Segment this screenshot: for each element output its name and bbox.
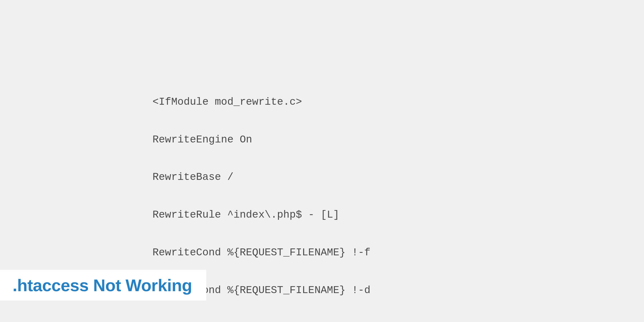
title-container: .htaccess Not Working — [0, 270, 206, 301]
code-line: <IfModule mod_rewrite.c> — [153, 96, 370, 108]
code-line: RewriteEngine On — [153, 134, 370, 146]
page-title: .htaccess Not Working — [13, 275, 192, 295]
code-line: RewriteRule ^index\.php$ - [L] — [153, 209, 370, 221]
code-line: RewriteBase / — [153, 171, 370, 184]
code-line: RewriteCond %{REQUEST_FILENAME} !-f — [153, 247, 370, 259]
